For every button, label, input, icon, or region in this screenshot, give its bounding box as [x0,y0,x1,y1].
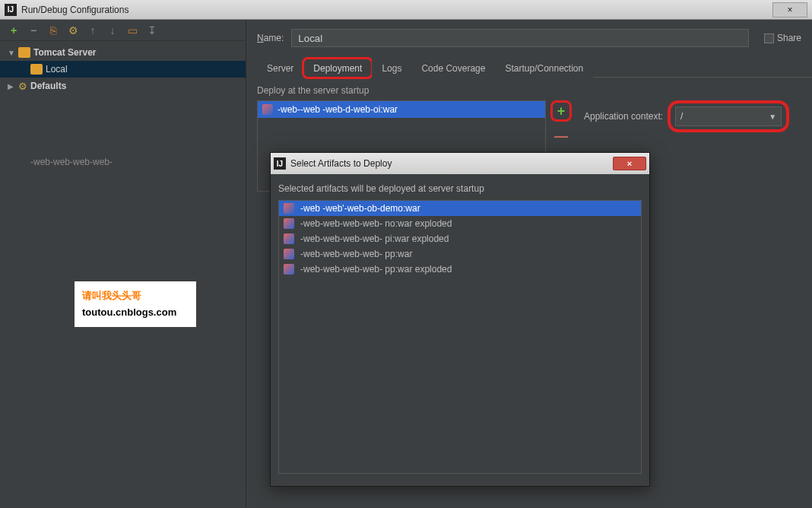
dialog-close-button[interactable]: × [613,157,646,170]
application-context-dropdown[interactable]: / ▼ [675,106,782,126]
watermark-line1: 请叫我头头哥 [82,287,189,304]
config-tree-panel: + − ⎘ ⚙ ↑ ↓ ▭ ↧ ▼ Tomcat Server Local ▶ … [0,20,246,508]
tree-note: -web-web-web-web- [0,151,246,173]
tab-deployment[interactable]: Deployment [303,59,372,78]
tab-startup-connection[interactable]: Startup/Connection [495,59,593,78]
item-label: -web-web-web-web- pp:war [300,249,412,259]
tree-label: Local [46,64,68,75]
context-value: / [680,111,683,122]
close-icon: × [627,159,632,168]
artifact-icon [284,233,294,244]
window-titlebar: IJ Run/Debug Configurations × [0,0,812,20]
application-context-wrap: Application context: / ▼ [584,100,789,132]
remove-artifact-button[interactable]: — [553,128,569,144]
list-item[interactable]: -web-web-web-web- pp:war [279,246,641,262]
application-context-label: Application context: [584,111,663,122]
name-input[interactable] [291,29,749,47]
name-label: Name: [257,33,284,43]
expand-icon: ▼ [8,49,15,57]
name-row: Name: Share [246,20,812,47]
deploy-artifact-item[interactable]: -web--web -web-d-web-oi:war [258,101,545,118]
artifact-icon [284,264,294,275]
add-config-button[interactable]: + [8,24,20,37]
tab-logs[interactable]: Logs [372,59,411,78]
tree-node-tomcat-server[interactable]: ▼ Tomcat Server [0,44,246,61]
dialog-artifact-list[interactable]: -web -web'-web-ob-demo:war -web-web-web-… [278,200,642,474]
window-close-button[interactable]: × [772,2,807,17]
tree-node-defaults[interactable]: ▶ ⚙ Defaults [0,78,246,94]
chevron-down-icon: ▼ [769,113,776,121]
artifact-icon [284,203,294,214]
share-checkbox-wrap[interactable]: Share [764,33,801,43]
move-down-button[interactable]: ↓ [106,24,119,37]
dialog-title: Select Artifacts to Deploy [290,158,392,169]
watermark: 请叫我头头哥 toutou.cnblogs.com [75,281,196,327]
edit-defaults-button[interactable]: ⚙ [67,24,79,37]
artifact-icon [262,104,273,115]
sort-button[interactable]: ↧ [146,24,158,37]
add-artifact-button[interactable]: + [550,100,572,122]
config-tree: ▼ Tomcat Server Local ▶ ⚙ Defaults [0,41,246,97]
move-up-button[interactable]: ↑ [87,24,99,37]
tree-label: Defaults [30,81,66,91]
config-tabs: Server Deployment Logs Code Coverage Sta… [257,58,812,78]
remove-config-button[interactable]: − [27,24,40,37]
context-highlight: / ▼ [668,100,789,132]
list-item[interactable]: -web -web'-web-ob-demo:war [279,201,641,216]
item-label: -web-web-web-web- pp:war exploded [300,264,452,275]
item-label: -web -web'-web-ob-demo:war [300,203,420,214]
tree-toolbar: + − ⎘ ⚙ ↑ ↓ ▭ ↧ [0,20,246,41]
tree-node-local[interactable]: Local [0,61,246,78]
tab-code-coverage[interactable]: Code Coverage [411,59,495,78]
app-icon: IJ [274,157,286,170]
deploy-section-label: Deploy at the server startup [257,85,801,96]
artifact-icon [284,249,294,259]
dialog-message: Selected artifacts will be deployed at s… [278,183,642,194]
copy-config-button[interactable]: ⎘ [47,24,59,37]
tomcat-icon [30,64,43,75]
deploy-artifact-label: -web--web -web-d-web-oi:war [278,104,398,115]
list-item[interactable]: -web-web-web-web- pi:war exploded [279,231,641,246]
item-label: -web-web-web-web- pi:war exploded [300,233,449,244]
tomcat-icon [18,47,30,58]
window-title: Run/Debug Configurations [21,5,128,15]
tab-server[interactable]: Server [257,59,303,78]
tree-label: Tomcat Server [33,47,96,58]
share-label: Share [777,33,801,43]
dialog-body: Selected artifacts will be deployed at s… [271,174,649,486]
gear-icon: ⚙ [18,81,27,92]
app-icon: IJ [5,4,17,16]
share-checkbox[interactable] [764,33,774,43]
list-item[interactable]: -web-web-web-web- pp:war exploded [279,262,641,277]
close-icon: × [787,5,792,15]
select-artifacts-dialog: IJ Select Artifacts to Deploy × Selected… [270,152,650,487]
folder-button[interactable]: ▭ [126,24,138,37]
dialog-titlebar: IJ Select Artifacts to Deploy × [271,153,649,174]
watermark-line2: toutou.cnblogs.com [82,304,189,321]
expand-icon: ▶ [8,82,15,90]
item-label: -web-web-web-web- no:war exploded [300,218,452,229]
artifact-icon [284,218,294,229]
list-item[interactable]: -web-web-web-web- no:war exploded [279,216,641,231]
